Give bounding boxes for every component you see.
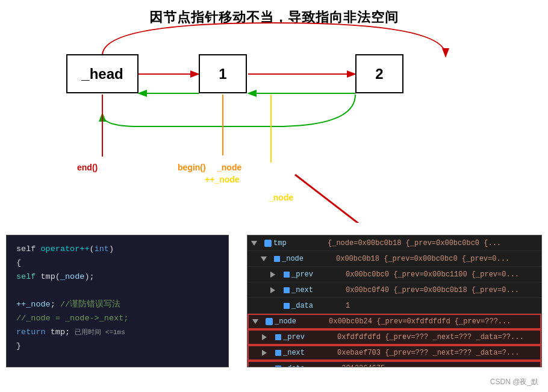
debug-panel: tmp {_node=0x00bc0b18 {_prev=0x00bc0bc0 … xyxy=(247,235,542,367)
label-begin: begin() xyxy=(178,163,206,172)
code-line-7: return tmp; 已用时间 <=1ms xyxy=(16,326,219,340)
main-container: 因节点指针移动不当，导致指向非法空间 xyxy=(0,0,548,392)
debug-row-tmp-node: _node 0x00bc0b18 {_prev=0x00bc0bc0 {_pre… xyxy=(248,251,541,267)
diagram-svg xyxy=(0,0,548,223)
code-line-2: { xyxy=(16,257,219,270)
code-line-3: self tmp(_node); xyxy=(16,270,219,284)
code-line-6: //_node = _node->_next; xyxy=(16,312,219,326)
debug-row-data1: _data 1 xyxy=(248,298,541,314)
label-node1: _node xyxy=(217,163,241,172)
debug-row-tmp: tmp {_node=0x00bc0b18 {_prev=0x00bc0bc0 … xyxy=(248,235,541,251)
debug-row-next-highlight: _next 0xebaef703 {_prev=??? _next=??? _d… xyxy=(248,345,541,361)
label-end: end() xyxy=(77,163,98,172)
code-line-5: ++_node; //谨防错误写法 xyxy=(16,298,219,312)
debug-row-next1: _next 0x00bc0f40 {_prev=0x00bc0b18 {_pre… xyxy=(248,282,541,298)
debug-row-prev1: _prev 0x00bc0bc0 {_prev=0x00bc1100 {_pre… xyxy=(248,267,541,282)
watermark: CSDN @夜_默 xyxy=(490,377,538,387)
label-pp-node: ++_node xyxy=(205,175,240,184)
code-line-1: self operator++(int) xyxy=(16,243,219,257)
code-line-8: } xyxy=(16,340,219,353)
debug-row-node-highlight: _node 0x00bc0b24 {_prev=0xfdfdfdfd {_pre… xyxy=(248,314,541,329)
debug-row-data-highlight: _data -2013264675 xyxy=(248,361,541,367)
code-panel: self operator++(int) { self tmp(_node); … xyxy=(6,235,229,367)
node-2: 2 xyxy=(355,54,403,93)
label-node2: _node xyxy=(269,193,293,202)
node-1: 1 xyxy=(199,54,247,93)
page-title: 因节点指针移动不当，导致指向非法空间 xyxy=(0,0,548,26)
code-line-4 xyxy=(16,284,219,298)
debug-row-prev-highlight: _prev 0xfdfdfdfd {_prev=??? _next=??? _d… xyxy=(248,329,541,345)
svg-line-7 xyxy=(295,175,373,223)
node-head: _head xyxy=(66,54,139,93)
